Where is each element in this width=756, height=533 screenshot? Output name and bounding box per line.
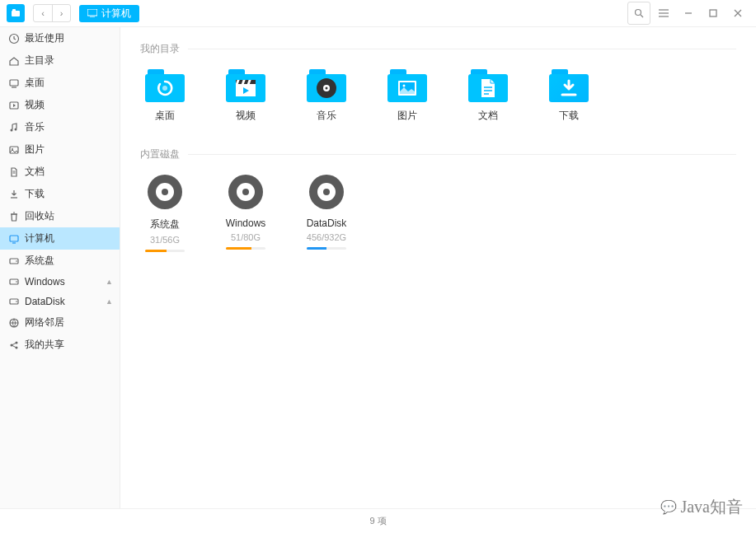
disk-icon — [309, 175, 344, 209]
disk-icon — [8, 296, 20, 307]
disk-icon — [148, 175, 182, 209]
search-button[interactable] — [627, 2, 650, 25]
folder-item-music[interactable]: 音乐 — [302, 69, 351, 123]
folder-item-videos[interactable]: 视频 — [221, 69, 270, 123]
folder-icon — [387, 69, 427, 102]
sidebar-item-home[interactable]: 主目录 — [0, 49, 120, 72]
menu-button[interactable] — [652, 2, 675, 25]
titlebar: ‹ › 计算机 — [0, 0, 756, 27]
item-label: 系统盘 — [150, 217, 180, 231]
svg-rect-19 — [10, 147, 18, 153]
folder-item-desktop[interactable]: 桌面 — [140, 69, 190, 123]
item-sub: 456/932G — [307, 232, 346, 242]
item-sub: 31/56G — [150, 235, 180, 245]
svg-rect-14 — [10, 80, 18, 86]
close-button[interactable] — [726, 2, 749, 25]
menu-icon — [658, 8, 669, 18]
disk-item-datadisk[interactable]: DataDisk456/932G — [302, 175, 351, 252]
sidebar-item-label: 我的共享 — [25, 338, 64, 352]
close-icon — [733, 8, 743, 18]
svg-line-5 — [641, 15, 643, 17]
back-button[interactable]: ‹ — [34, 5, 52, 21]
video-icon — [8, 100, 20, 111]
sidebar-item-computer[interactable]: 计算机 — [0, 227, 120, 250]
folder-item-downloads[interactable]: 下载 — [544, 69, 594, 123]
sidebar-item-pictures[interactable]: 图片 — [0, 138, 120, 161]
sidebar: 最近使用主目录桌面视频音乐图片文档下载回收站计算机系统盘Windows▲Data… — [0, 27, 120, 508]
watermark: Java知音 — [660, 496, 743, 518]
disk-icon — [8, 276, 20, 288]
sidebar-item-label: 文档 — [25, 165, 45, 179]
eject-icon[interactable]: ▲ — [106, 278, 113, 286]
grid-internal: 系统盘31/56GWindows51/80GDataDisk456/932G — [140, 175, 736, 252]
document-icon — [8, 166, 20, 178]
folder-icon — [468, 69, 508, 102]
clock-icon — [8, 33, 20, 44]
svg-point-4 — [636, 10, 641, 16]
location-pill[interactable]: 计算机 — [79, 5, 139, 22]
disk-usage-bar — [307, 247, 346, 250]
folder-item-pictures[interactable]: 图片 — [383, 69, 432, 123]
folder-icon — [226, 69, 265, 102]
disk-usage-bar — [226, 247, 265, 250]
svg-rect-10 — [710, 10, 716, 16]
sidebar-item-videos[interactable]: 视频 — [0, 94, 120, 116]
sidebar-item-label: 系统盘 — [25, 254, 54, 268]
item-label: 视频 — [236, 109, 256, 123]
disk-item-windows[interactable]: Windows51/80G — [221, 175, 270, 252]
sidebar-item-label: 下载 — [25, 187, 45, 201]
svg-point-29 — [16, 260, 17, 262]
svg-point-48 — [326, 87, 328, 90]
music-icon — [8, 122, 20, 133]
sidebar-item-label: 图片 — [25, 143, 45, 157]
item-label: Windows — [226, 217, 266, 229]
sidebar-item-label: 视频 — [25, 98, 45, 112]
maximize-button[interactable] — [702, 2, 725, 25]
network-icon — [8, 317, 20, 329]
sidebar-item-label: DataDisk — [25, 296, 65, 307]
sidebar-item-datadisk[interactable]: DataDisk▲ — [0, 292, 120, 311]
item-label: 下载 — [559, 109, 579, 123]
minimize-button[interactable] — [677, 2, 700, 25]
statusbar: 9 项 — [0, 508, 756, 533]
sidebar-item-systemdisk[interactable]: 系统盘 — [0, 250, 120, 272]
disk-usage-bar — [145, 250, 185, 252]
maximize-icon — [708, 8, 718, 18]
desktop-icon — [8, 77, 20, 89]
computer-icon — [8, 233, 20, 245]
share-icon — [8, 339, 20, 351]
image-icon — [8, 144, 20, 156]
section-title-internal: 内置磁盘 — [140, 147, 736, 161]
app-icon — [7, 4, 25, 22]
svg-rect-2 — [87, 9, 97, 16]
disk-icon — [228, 175, 263, 209]
sidebar-item-documents[interactable]: 文档 — [0, 161, 120, 183]
sidebar-item-downloads[interactable]: 下载 — [0, 183, 120, 205]
item-count: 9 项 — [369, 515, 386, 527]
folder-icon — [549, 69, 589, 102]
item-sub: 51/80G — [231, 232, 261, 242]
sidebar-item-label: 桌面 — [25, 76, 45, 90]
nav-group: ‹ › — [33, 4, 71, 22]
disk-icon — [8, 255, 20, 267]
sidebar-item-desktop[interactable]: 桌面 — [0, 72, 120, 94]
disk-item-systemdisk[interactable]: 系统盘31/56G — [140, 175, 190, 252]
sidebar-item-trash[interactable]: 回收站 — [0, 205, 120, 227]
sidebar-item-label: 音乐 — [25, 120, 45, 134]
minimize-icon — [683, 8, 693, 18]
sidebar-item-shares[interactable]: 我的共享 — [0, 334, 120, 356]
eject-icon[interactable]: ▲ — [106, 297, 113, 306]
item-label: 图片 — [397, 109, 417, 123]
main-content: 我的目录桌面视频音乐图片文档下载内置磁盘系统盘31/56GWindows51/8… — [120, 27, 756, 508]
sidebar-item-label: 最近使用 — [25, 31, 64, 45]
sidebar-item-recent[interactable]: 最近使用 — [0, 27, 120, 49]
sidebar-item-music[interactable]: 音乐 — [0, 116, 120, 138]
svg-point-18 — [15, 128, 17, 130]
sidebar-item-label: 主目录 — [25, 54, 54, 68]
folder-item-documents[interactable]: 文档 — [463, 69, 513, 123]
sidebar-item-label: 计算机 — [25, 231, 54, 245]
sidebar-item-network[interactable]: 网络邻居 — [0, 311, 120, 334]
home-icon — [8, 55, 20, 67]
sidebar-item-windows[interactable]: Windows▲ — [0, 272, 120, 292]
forward-button[interactable]: › — [52, 5, 70, 21]
